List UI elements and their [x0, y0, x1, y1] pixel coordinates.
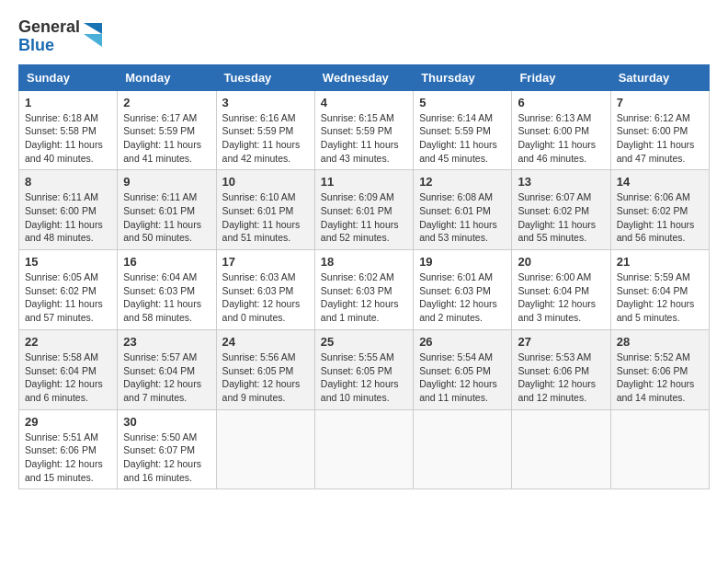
day-info: Sunrise: 6:05 AMSunset: 6:02 PMDaylight:…	[25, 270, 111, 325]
calendar-cell: 18Sunrise: 6:02 AMSunset: 6:03 PMDayligh…	[314, 250, 413, 330]
calendar-week-1: 1Sunrise: 6:18 AMSunset: 5:58 PMDaylight…	[19, 90, 710, 170]
day-number: 4	[321, 96, 407, 109]
day-info: Sunrise: 5:52 AMSunset: 6:06 PMDaylight:…	[617, 350, 703, 405]
day-number: 26	[419, 335, 506, 349]
day-number: 1	[25, 96, 111, 109]
day-number: 18	[321, 255, 407, 269]
day-number: 16	[123, 255, 210, 269]
calendar-cell: 23Sunrise: 5:57 AMSunset: 6:04 PMDayligh…	[118, 329, 216, 409]
calendar-cell: 10Sunrise: 6:10 AMSunset: 6:01 PMDayligh…	[216, 170, 314, 250]
calendar-cell: 2Sunrise: 6:17 AMSunset: 5:59 PMDaylight…	[118, 90, 216, 170]
day-number: 11	[321, 175, 407, 189]
calendar-cell: 19Sunrise: 6:01 AMSunset: 6:03 PMDayligh…	[414, 250, 512, 330]
calendar-cell: 8Sunrise: 6:11 AMSunset: 6:00 PMDaylight…	[19, 170, 118, 250]
day-info: Sunrise: 6:11 AMSunset: 6:00 PMDaylight:…	[25, 190, 111, 245]
day-info: Sunrise: 6:11 AMSunset: 6:01 PMDaylight:…	[123, 190, 210, 245]
day-info: Sunrise: 5:55 AMSunset: 6:05 PMDaylight:…	[321, 350, 407, 405]
day-number: 29	[25, 415, 111, 429]
day-number: 10	[222, 175, 309, 189]
weekday-header-row: SundayMondayTuesdayWednesdayThursdayFrid…	[19, 64, 710, 90]
calendar-cell: 7Sunrise: 6:12 AMSunset: 6:00 PMDaylight…	[610, 90, 709, 170]
day-number: 3	[222, 96, 309, 109]
day-number: 8	[25, 175, 111, 189]
logo: General Blue	[18, 18, 102, 55]
day-number: 6	[518, 96, 604, 109]
day-number: 24	[222, 335, 309, 349]
day-number: 25	[321, 335, 407, 349]
calendar-cell: 28Sunrise: 5:52 AMSunset: 6:06 PMDayligh…	[610, 329, 709, 409]
weekday-header-monday: Monday	[118, 64, 216, 90]
day-number: 12	[419, 175, 506, 189]
day-number: 2	[123, 96, 210, 109]
weekday-header-tuesday: Tuesday	[216, 64, 314, 90]
calendar-cell	[610, 409, 709, 489]
calendar-cell: 9Sunrise: 6:11 AMSunset: 6:01 PMDaylight…	[118, 170, 216, 250]
day-info: Sunrise: 5:56 AMSunset: 6:05 PMDaylight:…	[222, 350, 309, 405]
calendar-cell: 30Sunrise: 5:50 AMSunset: 6:07 PMDayligh…	[118, 409, 216, 489]
day-number: 22	[25, 335, 111, 349]
weekday-header-thursday: Thursday	[414, 64, 512, 90]
calendar-cell: 3Sunrise: 6:16 AMSunset: 5:59 PMDaylight…	[216, 90, 314, 170]
calendar-cell: 25Sunrise: 5:55 AMSunset: 6:05 PMDayligh…	[314, 329, 413, 409]
weekday-header-sunday: Sunday	[19, 64, 118, 90]
calendar-cell: 22Sunrise: 5:58 AMSunset: 6:04 PMDayligh…	[19, 329, 118, 409]
day-info: Sunrise: 5:51 AMSunset: 6:06 PMDaylight:…	[25, 431, 111, 485]
day-number: 7	[617, 96, 703, 109]
calendar-cell: 1Sunrise: 6:18 AMSunset: 5:58 PMDaylight…	[19, 90, 118, 170]
day-number: 30	[123, 415, 210, 429]
calendar-cell	[512, 409, 610, 489]
svg-marker-1	[84, 34, 102, 47]
day-info: Sunrise: 5:57 AMSunset: 6:04 PMDaylight:…	[123, 350, 210, 405]
calendar-table: SundayMondayTuesdayWednesdayThursdayFrid…	[18, 64, 710, 490]
calendar-cell	[216, 409, 314, 489]
day-info: Sunrise: 6:02 AMSunset: 6:03 PMDaylight:…	[321, 270, 407, 325]
calendar-cell: 4Sunrise: 6:15 AMSunset: 5:59 PMDaylight…	[314, 90, 413, 170]
day-info: Sunrise: 5:53 AMSunset: 6:06 PMDaylight:…	[518, 350, 604, 405]
day-number: 19	[419, 255, 506, 269]
calendar-cell: 27Sunrise: 5:53 AMSunset: 6:06 PMDayligh…	[512, 329, 610, 409]
calendar-cell: 15Sunrise: 6:05 AMSunset: 6:02 PMDayligh…	[19, 250, 118, 330]
day-info: Sunrise: 6:15 AMSunset: 5:59 PMDaylight:…	[321, 111, 407, 166]
day-info: Sunrise: 5:50 AMSunset: 6:07 PMDaylight:…	[123, 431, 210, 485]
calendar-cell: 16Sunrise: 6:04 AMSunset: 6:03 PMDayligh…	[118, 250, 216, 330]
calendar-week-5: 29Sunrise: 5:51 AMSunset: 6:06 PMDayligh…	[19, 409, 710, 489]
weekday-header-wednesday: Wednesday	[314, 64, 413, 90]
calendar-cell: 29Sunrise: 5:51 AMSunset: 6:06 PMDayligh…	[19, 409, 118, 489]
calendar-cell	[314, 409, 413, 489]
day-number: 28	[617, 335, 703, 349]
svg-marker-0	[84, 23, 102, 34]
day-number: 5	[419, 96, 506, 109]
calendar-cell: 20Sunrise: 6:00 AMSunset: 6:04 PMDayligh…	[512, 250, 610, 330]
day-number: 9	[123, 175, 210, 189]
calendar-week-4: 22Sunrise: 5:58 AMSunset: 6:04 PMDayligh…	[19, 329, 710, 409]
weekday-header-friday: Friday	[512, 64, 610, 90]
day-number: 14	[617, 175, 703, 189]
day-info: Sunrise: 6:03 AMSunset: 6:03 PMDaylight:…	[222, 270, 309, 325]
day-info: Sunrise: 6:12 AMSunset: 6:00 PMDaylight:…	[617, 111, 703, 166]
day-number: 20	[518, 255, 604, 269]
day-info: Sunrise: 6:08 AMSunset: 6:01 PMDaylight:…	[419, 190, 506, 245]
calendar-cell: 21Sunrise: 5:59 AMSunset: 6:04 PMDayligh…	[610, 250, 709, 330]
day-info: Sunrise: 6:16 AMSunset: 5:59 PMDaylight:…	[222, 111, 309, 166]
day-info: Sunrise: 5:59 AMSunset: 6:04 PMDaylight:…	[617, 270, 703, 325]
day-info: Sunrise: 6:07 AMSunset: 6:02 PMDaylight:…	[518, 190, 604, 245]
day-number: 13	[518, 175, 604, 189]
calendar-cell: 14Sunrise: 6:06 AMSunset: 6:02 PMDayligh…	[610, 170, 709, 250]
calendar-cell: 5Sunrise: 6:14 AMSunset: 5:59 PMDaylight…	[414, 90, 512, 170]
day-number: 17	[222, 255, 309, 269]
day-number: 15	[25, 255, 111, 269]
day-info: Sunrise: 6:00 AMSunset: 6:04 PMDaylight:…	[518, 270, 604, 325]
calendar-week-3: 15Sunrise: 6:05 AMSunset: 6:02 PMDayligh…	[19, 250, 710, 330]
calendar-cell: 11Sunrise: 6:09 AMSunset: 6:01 PMDayligh…	[314, 170, 413, 250]
logo-triangle-icon	[84, 23, 102, 51]
day-info: Sunrise: 6:18 AMSunset: 5:58 PMDaylight:…	[25, 111, 111, 166]
day-info: Sunrise: 6:06 AMSunset: 6:02 PMDaylight:…	[617, 190, 703, 245]
day-info: Sunrise: 6:17 AMSunset: 5:59 PMDaylight:…	[123, 111, 210, 166]
calendar-cell	[414, 409, 512, 489]
day-number: 27	[518, 335, 604, 349]
day-info: Sunrise: 6:13 AMSunset: 6:00 PMDaylight:…	[518, 111, 604, 166]
calendar-cell: 13Sunrise: 6:07 AMSunset: 6:02 PMDayligh…	[512, 170, 610, 250]
day-info: Sunrise: 5:58 AMSunset: 6:04 PMDaylight:…	[25, 350, 111, 405]
page-header: General Blue	[18, 18, 710, 55]
day-info: Sunrise: 5:54 AMSunset: 6:05 PMDaylight:…	[419, 350, 506, 405]
